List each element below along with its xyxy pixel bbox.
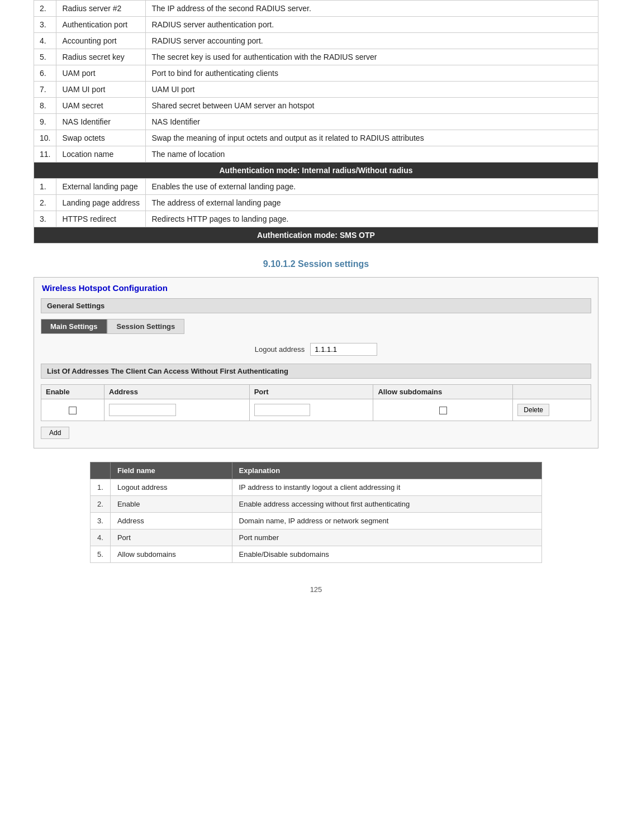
row-num: 9. [34,114,56,130]
row-desc: The name of location [146,146,598,163]
list-item: 3.AddressDomain name, IP address or netw… [91,513,542,529]
row-field: Landing page address [56,195,146,211]
list-item: 4.PortPort number [91,529,542,546]
row-desc: The address of external landing page [146,195,598,211]
section-title: 9.10.1.2 Session settings [34,259,598,269]
row-field: Accounting port [56,33,146,49]
table-row: 2.Landing page addressThe address of ext… [34,195,598,211]
row-field: Radius secret key [56,49,146,65]
port-input[interactable] [254,404,310,416]
explain-col-explanation: Explanation [232,462,541,479]
enable-checkbox[interactable] [69,407,77,414]
explain-desc: Port number [232,529,541,546]
address-cell [104,399,250,421]
row-field: External landing page [56,179,146,195]
row-field: UAM UI port [56,82,146,98]
row-desc: Shared secret between UAM server an hots… [146,98,598,114]
subdomains-checkbox[interactable] [439,407,447,414]
row-num: 2. [34,1,56,17]
table-row: 8.UAM secretShared secret between UAM se… [34,98,598,114]
page-number: 125 [34,585,598,594]
row-num: 8. [34,98,56,114]
row-desc: RADIUS server authentication port. [146,17,598,33]
row-desc: Swap the meaning of input octets and out… [146,130,598,146]
col-enable: Enable [41,385,104,399]
row-desc: Port to bind for authenticating clients [146,65,598,82]
list-item: 2.EnableEnable address accessing without… [91,496,542,513]
explain-desc: Domain name, IP address or network segme… [232,513,541,529]
row-field: Location name [56,146,146,163]
section-header-1: Authentication mode: Internal radius/Wit… [34,163,598,179]
row-num: 3. [34,211,56,227]
table-row: 5.Radius secret keyThe secret key is use… [34,49,598,65]
delete-cell: Delete [513,399,591,421]
row-field: UAM port [56,65,146,82]
tab-main-settings[interactable]: Main Settings [41,319,107,334]
col-allow-subdomains: Allow subdomains [373,385,513,399]
delete-button[interactable]: Delete [517,404,549,416]
main-config-table: 2.Radius server #2The IP address of the … [34,0,598,244]
explain-field: Enable [110,496,232,513]
explain-desc: Enable address accessing without first a… [232,496,541,513]
address-table-row: Delete [41,399,591,421]
row-num: 4. [34,33,56,49]
row-field: Authentication port [56,17,146,33]
address-input[interactable] [109,404,176,416]
hotspot-title: Wireless Hotspot Configuration [34,278,598,296]
table-row: 3.Authentication portRADIUS server authe… [34,17,598,33]
logout-label: Logout address [255,345,305,354]
explain-num: 3. [91,513,111,529]
port-cell [249,399,373,421]
tabs-row: Main Settings Session Settings [41,319,591,334]
section-header-2: Authentication mode: SMS OTP [34,227,598,244]
row-desc: RADIUS server accounting port. [146,33,598,49]
address-table: Enable Address Port Allow subdomains [41,384,591,421]
explain-num: 2. [91,496,111,513]
table-row: 9.NAS IdentifierNAS Identifier [34,114,598,130]
row-num: 7. [34,82,56,98]
col-address: Address [104,385,250,399]
explain-num: 4. [91,529,111,546]
list-header-bar: List Of Addresses The Client Can Access … [41,364,591,379]
list-item: 1.Logout addressIP address to instantly … [91,479,542,496]
hotspot-config-box: Wireless Hotspot Configuration General S… [34,277,598,448]
add-button[interactable]: Add [41,427,69,439]
logout-row: Logout address [41,343,591,356]
table-row: 2.Radius server #2The IP address of the … [34,1,598,17]
table-row: 1.External landing pageEnables the use o… [34,179,598,195]
row-field: UAM secret [56,98,146,114]
table-row: 11.Location nameThe name of location [34,146,598,163]
row-field: HTTPS redirect [56,211,146,227]
row-num: 1. [34,179,56,195]
row-field: Radius server #2 [56,1,146,17]
row-desc: The IP address of the second RADIUS serv… [146,1,598,17]
explain-field: Logout address [110,479,232,496]
row-field: NAS Identifier [56,114,146,130]
col-action [513,385,591,399]
explain-field: Address [110,513,232,529]
logout-input[interactable] [310,343,377,356]
tab-session-settings[interactable]: Session Settings [107,319,185,334]
general-settings-bar: General Settings [41,298,591,313]
subdomains-cell [373,399,513,421]
row-num: 10. [34,130,56,146]
explain-table: Field name Explanation 1.Logout addressI… [90,462,542,563]
row-num: 6. [34,65,56,82]
row-desc: Enables the use of external landing page… [146,179,598,195]
explain-desc: Enable/Disable subdomains [232,546,541,563]
row-field: Swap octets [56,130,146,146]
table-row: 3.HTTPS redirectRedirects HTTP pages to … [34,211,598,227]
row-num: 11. [34,146,56,163]
row-desc: NAS Identifier [146,114,598,130]
row-desc: UAM UI port [146,82,598,98]
col-port: Port [249,385,373,399]
row-num: 2. [34,195,56,211]
explain-field: Allow subdomains [110,546,232,563]
row-num: 3. [34,17,56,33]
explain-col-field: Field name [110,462,232,479]
row-desc: The secret key is used for authenticatio… [146,49,598,65]
table-row: 4.Accounting portRADIUS server accountin… [34,33,598,49]
table-row: 10.Swap octetsSwap the meaning of input … [34,130,598,146]
explain-field: Port [110,529,232,546]
table-row: 7.UAM UI portUAM UI port [34,82,598,98]
